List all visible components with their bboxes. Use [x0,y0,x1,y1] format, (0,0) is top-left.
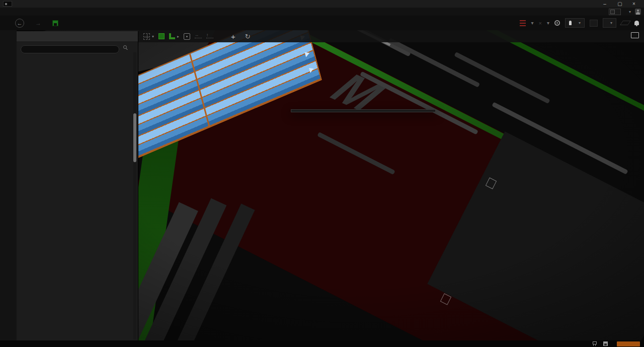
context-menu [291,109,436,112]
menubar-right: ▾ [609,8,641,16]
calculation-type-icon[interactable] [520,20,526,26]
cube-icon [158,33,165,39]
save-status-icon[interactable] [603,341,608,346]
minimize-button[interactable]: – [598,0,612,8]
project-overview-panel [17,31,138,340]
close-button[interactable]: × [627,0,641,8]
left-sidebar [0,16,17,340]
status-bar [0,340,644,347]
deactivate-chevron-icon[interactable]: ▾ [547,20,549,26]
grid-icon [143,33,150,40]
app-icon [3,1,12,7]
scrollbar-track[interactable] [133,52,136,339]
notification-bell-icon[interactable] [634,21,639,25]
main-toolbar: ← → ▾ × ▾ ▾ ▾ [0,16,644,30]
search-wrap [21,44,134,53]
toolbar-right: ▾ × ▾ ▾ ▾ [513,16,644,30]
forward-icon[interactable]: → [35,20,41,27]
save-icon[interactable] [52,20,58,26]
snapshot-button[interactable] [590,20,598,27]
status-right [592,340,640,347]
avatar[interactable] [635,9,641,15]
search-input[interactable] [21,45,119,53]
light-scene-dropdown[interactable]: ▾ [565,18,585,28]
measure-distance-button[interactable]: ↔ [195,34,202,38]
panel-title [17,31,138,41]
scrollbar-thumb[interactable] [133,113,136,162]
nav-group: ← → [0,19,75,28]
view-mode-chevron-icon: ▾ [610,21,612,25]
object-tree [17,55,138,80]
luminaire-finder-button[interactable] [609,9,621,15]
overlay-spacer [17,55,138,80]
section-icon [169,33,175,39]
furniture-count [592,341,599,346]
furniture-icon [592,341,597,346]
light-scene-chevron-icon: ▾ [579,21,581,25]
add-button[interactable]: + [231,32,235,41]
gear-icon[interactable] [554,20,560,26]
maximize-button[interactable]: ▢ [613,0,627,8]
solid-view-button[interactable] [158,33,165,39]
measure-height-button[interactable]: ↕ [206,34,213,38]
app-brand [4,341,5,346]
luminaire-icon [610,10,615,14]
grid-settings-button[interactable]: ▾ [143,33,154,40]
logged-in-chevron-icon[interactable]: ▾ [629,10,631,14]
search-icon [123,45,127,49]
measure-vertical-icon: ↕ [206,34,213,38]
focus-icon [184,33,190,40]
view-mode-dropdown[interactable]: ▾ [603,18,616,28]
title-bar: – ▢ × [0,0,644,8]
measure-icon: ↔ [195,34,202,38]
menu-bar: ▾ [0,8,644,16]
wireframe-icon[interactable] [620,21,631,25]
bulb-icon [569,21,572,25]
monitor-icon[interactable] [631,32,639,38]
viewport-toolbar: ▾ ▸ ↔ ↕ + ↻ [138,30,644,42]
deactivate-icon[interactable]: × [539,20,542,26]
focus-selection-button[interactable] [184,33,190,40]
messages-badge[interactable] [617,341,640,346]
back-icon[interactable]: ← [15,19,24,28]
refresh-icon[interactable]: ↻ [245,33,251,40]
section-view-button[interactable]: ▸ [169,33,179,39]
calculation-chevron-icon[interactable]: ▾ [531,20,533,26]
